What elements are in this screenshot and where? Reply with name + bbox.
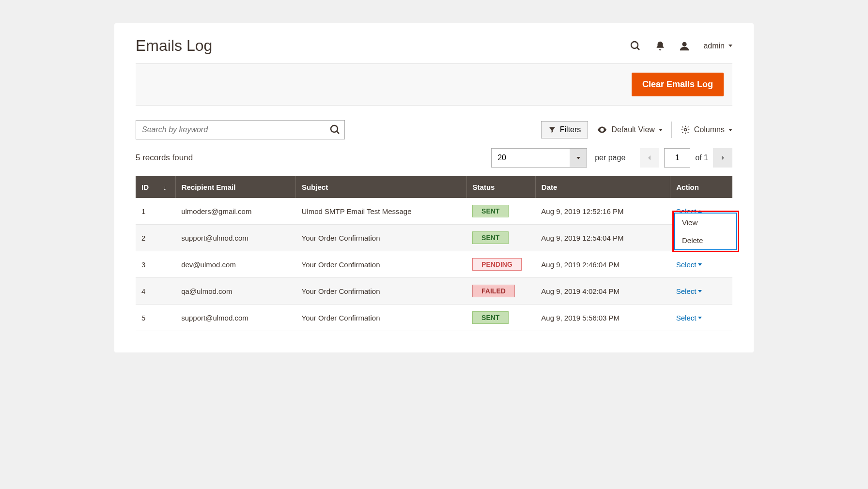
- chevron-down-icon: [728, 129, 732, 131]
- default-view-dropdown[interactable]: Default View: [597, 124, 663, 135]
- search-wrap: [136, 120, 345, 139]
- cell-date: Aug 9, 2019 2:46:04 PM: [535, 251, 670, 278]
- svg-point-2: [682, 42, 687, 46]
- per-page-label: per page: [595, 153, 625, 162]
- default-view-label: Default View: [611, 125, 655, 134]
- cell-status: SENT: [466, 225, 535, 251]
- search-input[interactable]: [136, 120, 345, 139]
- cell-id: 4: [136, 278, 175, 305]
- action-menu: ViewDelete: [674, 213, 737, 250]
- action-menu-view[interactable]: View: [675, 214, 736, 231]
- table-row: 2support@ulmod.comYour Order Confirmatio…: [136, 225, 732, 251]
- svg-line-1: [637, 47, 639, 50]
- cell-action: Select: [670, 278, 732, 305]
- th-subject[interactable]: Subject: [296, 176, 467, 198]
- svg-point-3: [331, 125, 338, 132]
- action-menu-delete[interactable]: Delete: [675, 231, 736, 249]
- table-row: 3dev@ulmod.comYour Order ConfirmationPEN…: [136, 251, 732, 278]
- status-badge: SENT: [472, 231, 509, 244]
- cell-email: support@ulmod.com: [175, 305, 295, 331]
- table-row: 1ulmoders@gmail.comUlmod SMTP Email Test…: [136, 198, 732, 225]
- clear-emails-log-button[interactable]: Clear Emails Log: [632, 73, 724, 96]
- cell-date: Aug 9, 2019 12:54:04 PM: [535, 225, 670, 251]
- page: Emails Log admin Clear Emails Log: [114, 23, 754, 352]
- eye-icon: [597, 124, 607, 135]
- funnel-icon: [548, 126, 556, 134]
- emails-table: ID↓ Recipient Email Subject Status Date …: [136, 176, 732, 331]
- prev-page-button[interactable]: [640, 148, 659, 168]
- divider: [671, 122, 672, 138]
- cell-email: dev@ulmod.com: [175, 251, 295, 278]
- cell-email: support@ulmod.com: [175, 225, 295, 251]
- records-row: 5 records found per page of 1: [136, 148, 732, 168]
- th-status[interactable]: Status: [466, 176, 535, 198]
- svg-point-5: [684, 129, 686, 131]
- cell-subject: Ulmod SMTP Email Test Message: [296, 198, 467, 225]
- user-icon[interactable]: [679, 41, 690, 51]
- page-of-label: of 1: [695, 153, 708, 162]
- header-actions: admin: [630, 40, 732, 52]
- search-icon[interactable]: [630, 40, 641, 52]
- cell-status: SENT: [466, 198, 535, 225]
- table-row: 4qa@ulmod.comYour Order ConfirmationFAIL…: [136, 278, 732, 305]
- action-select[interactable]: Select: [676, 287, 702, 295]
- page-input[interactable]: [664, 148, 690, 168]
- page-title: Emails Log: [136, 37, 212, 55]
- records-found: 5 records found: [136, 153, 193, 163]
- cell-status: FAILED: [466, 278, 535, 305]
- cell-subject: Your Order Confirmation: [296, 305, 467, 331]
- cell-date: Aug 9, 2019 4:02:04 PM: [535, 278, 670, 305]
- pagination: per page of 1: [491, 148, 732, 168]
- cell-action: Select: [670, 305, 732, 331]
- caret-down-icon: [698, 317, 702, 319]
- cell-date: Aug 9, 2019 12:52:16 PM: [535, 198, 670, 225]
- gear-icon: [681, 125, 690, 135]
- th-date[interactable]: Date: [535, 176, 670, 198]
- chevron-down-icon: [728, 45, 732, 47]
- sort-desc-icon: ↓: [163, 184, 167, 191]
- chevron-right-icon: [720, 154, 726, 161]
- th-action[interactable]: Action: [670, 176, 732, 198]
- svg-point-0: [631, 42, 638, 48]
- columns-label: Columns: [694, 125, 725, 134]
- status-badge: SENT: [472, 205, 509, 217]
- cell-subject: Your Order Confirmation: [296, 278, 467, 305]
- filters-button[interactable]: Filters: [541, 121, 589, 138]
- caret-down-icon: [698, 263, 702, 266]
- filters-label: Filters: [560, 125, 581, 134]
- th-email[interactable]: Recipient Email: [175, 176, 295, 198]
- notifications-icon[interactable]: [655, 41, 666, 51]
- cell-action: Select: [670, 251, 732, 278]
- action-bar: Clear Emails Log: [136, 63, 732, 106]
- status-badge: SENT: [472, 311, 509, 324]
- cell-subject: Your Order Confirmation: [296, 251, 467, 278]
- controls-row: Filters Default View Columns: [136, 120, 732, 139]
- cell-status: PENDING: [466, 251, 535, 278]
- right-controls: Filters Default View Columns: [541, 121, 732, 138]
- cell-email: qa@ulmod.com: [175, 278, 295, 305]
- per-page-dropdown[interactable]: [570, 148, 587, 168]
- user-label: admin: [703, 42, 725, 50]
- search-button[interactable]: [329, 124, 341, 136]
- action-select[interactable]: Select: [676, 260, 702, 269]
- cell-subject: Your Order Confirmation: [296, 225, 467, 251]
- cell-id: 3: [136, 251, 175, 278]
- columns-dropdown[interactable]: Columns: [681, 125, 732, 135]
- user-dropdown[interactable]: admin: [703, 42, 732, 50]
- cell-date: Aug 9, 2019 5:56:03 PM: [535, 305, 670, 331]
- action-menu-highlight: ViewDelete: [672, 211, 739, 252]
- status-badge: FAILED: [472, 285, 515, 297]
- cell-id: 2: [136, 225, 175, 251]
- status-badge: PENDING: [472, 258, 522, 271]
- chevron-down-icon: [576, 157, 580, 159]
- cell-id: 5: [136, 305, 175, 331]
- cell-status: SENT: [466, 305, 535, 331]
- cell-id: 1: [136, 198, 175, 225]
- action-select[interactable]: Select: [676, 314, 702, 322]
- th-id[interactable]: ID↓: [136, 176, 175, 198]
- caret-down-icon: [698, 290, 702, 292]
- cell-email: ulmoders@gmail.com: [175, 198, 295, 225]
- per-page-input[interactable]: [491, 148, 572, 168]
- next-page-button[interactable]: [713, 148, 732, 168]
- cell-action: SelectViewDelete: [670, 198, 732, 225]
